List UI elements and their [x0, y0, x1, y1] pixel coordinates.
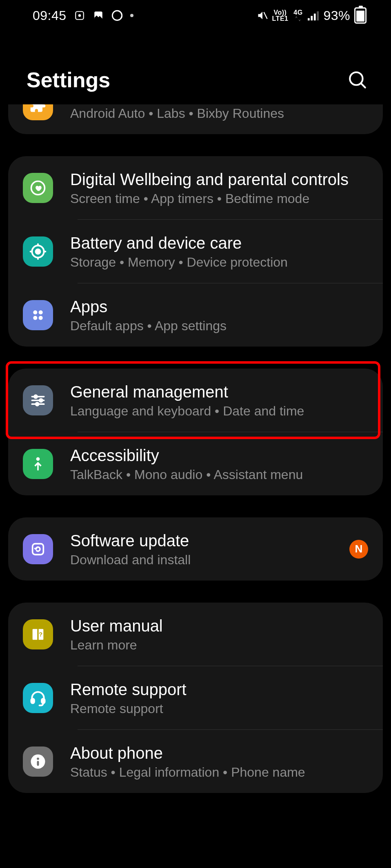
notification-badge: N	[349, 540, 368, 559]
row-subtitle: Default apps • App settings	[70, 318, 368, 334]
volte-label: Vo))	[274, 9, 287, 15]
row-title: About phone	[70, 743, 368, 763]
net-4g: 4G	[293, 9, 302, 15]
row-title: User manual	[70, 616, 368, 636]
page-title: Settings	[27, 68, 110, 92]
row-texts: Digital Wellbeing and parental controlsS…	[70, 169, 368, 206]
person-icon	[23, 449, 53, 479]
svg-rect-31	[37, 761, 39, 766]
row-title: Apps	[70, 296, 368, 317]
settings-group: ?User manualLearn moreRemote supportRemo…	[8, 603, 383, 793]
row-subtitle: Android Auto • Labs • Bixby Routines	[70, 106, 368, 121]
row-subtitle: Download and install	[70, 552, 341, 568]
row-title: General management	[70, 382, 368, 402]
row-title: Software update	[70, 530, 341, 551]
settings-row-update[interactable]: Software updateDownload and installN	[8, 517, 383, 581]
status-time: 09:45	[33, 8, 67, 23]
settings-row-advanced[interactable]: Advanced featuresAndroid Auto • Labs • B…	[8, 104, 383, 134]
status-left: 09:45	[33, 8, 133, 23]
signal-icon	[308, 10, 319, 21]
row-subtitle: Language and keyboard • Date and time	[70, 404, 368, 419]
search-button[interactable]	[347, 69, 369, 91]
battery-icon	[354, 7, 367, 24]
book-icon: ?	[23, 619, 53, 649]
row-texts: AppsDefault apps • App settings	[70, 296, 368, 334]
data-arrows-icon	[292, 15, 304, 22]
svg-rect-8	[317, 11, 319, 20]
mute-icon	[257, 10, 268, 21]
lte-label: LTE1	[272, 15, 289, 22]
row-subtitle: Remote support	[70, 701, 368, 716]
svg-point-21	[40, 399, 42, 402]
row-title: Accessibility	[70, 445, 368, 466]
row-subtitle: Screen time • App timers • Bedtime mode	[70, 191, 368, 206]
battery-percent: 93%	[323, 8, 350, 23]
settings-row-wellbeing[interactable]: Digital Wellbeing and parental controlsS…	[8, 156, 383, 219]
progress-icon	[111, 10, 123, 21]
row-texts: About phoneStatus • Legal information • …	[70, 743, 368, 780]
sliders-icon	[23, 385, 53, 415]
row-texts: Remote supportRemote support	[70, 679, 368, 716]
svg-point-13	[36, 249, 40, 254]
row-texts: Software updateDownload and install	[70, 530, 341, 568]
header: Settings	[0, 31, 391, 104]
search-icon	[347, 70, 368, 90]
svg-line-10	[361, 83, 365, 87]
row-texts: Battery and device careStorage • Memory …	[70, 233, 368, 270]
update-icon	[23, 534, 53, 564]
settings-row-accessibility[interactable]: AccessibilityTalkBack • Mono audio • Ass…	[8, 432, 383, 495]
settings-group: General managementLanguage and keyboard …	[8, 369, 383, 495]
settings-row-apps[interactable]: AppsDefault apps • App settings	[8, 283, 383, 347]
svg-rect-25	[33, 543, 44, 554]
row-title: Remote support	[70, 679, 368, 700]
svg-point-24	[36, 457, 40, 461]
settings-group: Digital Wellbeing and parental controlsS…	[8, 156, 383, 347]
status-bar: 09:45 Vo)) LTE1 4G 93%	[0, 0, 391, 31]
settings-group: Advanced featuresAndroid Auto • Labs • B…	[8, 104, 383, 134]
svg-rect-7	[314, 13, 316, 20]
svg-rect-27	[31, 698, 34, 703]
svg-point-15	[39, 310, 43, 314]
settings-row-remote[interactable]: Remote supportRemote support	[8, 666, 383, 729]
status-right: Vo)) LTE1 4G 93%	[257, 7, 367, 24]
headset-icon	[23, 683, 53, 713]
svg-point-14	[33, 310, 37, 314]
settings-list[interactable]: Advanced featuresAndroid Auto • Labs • B…	[0, 104, 391, 831]
row-title: Battery and device care	[70, 233, 368, 253]
settings-row-general[interactable]: General managementLanguage and keyboard …	[8, 369, 383, 432]
svg-rect-5	[308, 18, 310, 21]
row-subtitle: Storage • Memory • Device protection	[70, 255, 368, 270]
settings-row-manual[interactable]: ?User manualLearn more	[8, 603, 383, 666]
heart-target-icon	[23, 173, 53, 203]
svg-text:?: ?	[39, 631, 42, 638]
row-texts: AccessibilityTalkBack • Mono audio • Ass…	[70, 445, 368, 482]
row-texts: Advanced featuresAndroid Auto • Labs • B…	[70, 104, 368, 121]
row-title: Digital Wellbeing and parental controls	[70, 169, 368, 190]
row-texts: General managementLanguage and keyboard …	[70, 382, 368, 419]
svg-point-17	[39, 316, 43, 320]
settings-row-battery[interactable]: Battery and device careStorage • Memory …	[8, 220, 383, 283]
info-icon	[23, 747, 53, 777]
svg-point-16	[33, 316, 37, 320]
svg-rect-6	[311, 16, 313, 20]
puzzle-icon	[23, 104, 53, 120]
svg-line-4	[264, 12, 267, 19]
row-texts: User manualLearn more	[70, 616, 368, 653]
settings-row-about[interactable]: About phoneStatus • Legal information • …	[8, 730, 383, 793]
apps-icon	[23, 300, 53, 330]
svg-point-19	[34, 395, 37, 398]
notif-icon-1	[74, 10, 85, 21]
row-subtitle: TalkBack • Mono audio • Assistant menu	[70, 467, 368, 482]
row-subtitle: Learn more	[70, 638, 368, 653]
svg-point-23	[36, 402, 39, 405]
more-notifications-dot	[130, 14, 133, 17]
gallery-icon	[93, 10, 104, 21]
svg-point-1	[78, 14, 81, 17]
care-icon	[23, 236, 53, 267]
svg-point-30	[37, 758, 39, 760]
settings-group: Software updateDownload and installN	[8, 517, 383, 581]
row-subtitle: Status • Legal information • Phone name	[70, 765, 368, 780]
